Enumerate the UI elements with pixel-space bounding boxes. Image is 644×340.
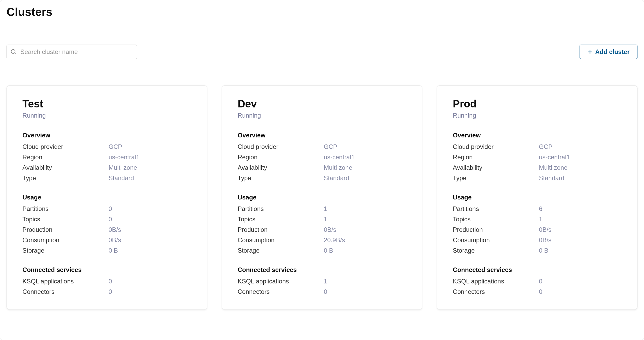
row-label: Consumption: [453, 236, 539, 244]
row-consumption: Consumption20.9B/s: [238, 235, 407, 245]
row-label: Availability: [238, 164, 324, 171]
row-value: Standard: [539, 174, 564, 182]
row-value: 0: [109, 205, 112, 212]
svg-point-0: [11, 50, 15, 53]
row-topics: Topics1: [453, 214, 622, 224]
row-connectors: Connectors0: [22, 287, 191, 297]
row-production: Production0B/s: [22, 224, 191, 235]
row-value: GCP: [109, 143, 122, 150]
row-value: GCP: [324, 143, 337, 150]
row-value: Multi zone: [324, 164, 352, 171]
row-value: 0 B: [539, 247, 548, 254]
row-value: 0B/s: [109, 226, 121, 233]
row-label: Storage: [238, 247, 324, 254]
row-label: Region: [453, 154, 539, 161]
row-label: Consumption: [22, 236, 109, 244]
row-label: Type: [238, 174, 324, 182]
row-label: KSQL applications: [22, 278, 109, 285]
row-ksql-applications: KSQL applications1: [238, 276, 407, 287]
row-partitions: Partitions1: [238, 204, 407, 214]
row-topics: Topics0: [22, 214, 191, 224]
cluster-card[interactable]: TestRunningOverviewCloud providerGCPRegi…: [7, 85, 207, 310]
row-value: us-central1: [539, 154, 570, 161]
row-value: 0B/s: [109, 236, 121, 244]
row-connectors: Connectors0: [453, 287, 622, 297]
row-availability: AvailabilityMulti zone: [22, 162, 191, 173]
row-label: Production: [453, 226, 539, 233]
plus-icon: [587, 49, 593, 54]
toolbar: Add cluster: [7, 45, 637, 59]
row-partitions: Partitions0: [22, 204, 191, 214]
row-region: Regionus-central1: [22, 152, 191, 162]
cluster-name: Prod: [453, 98, 622, 110]
row-value: 1: [324, 278, 327, 285]
row-label: Region: [22, 154, 109, 161]
row-value: 0: [324, 288, 327, 295]
row-label: Cloud provider: [22, 143, 109, 150]
row-production: Production0B/s: [453, 224, 622, 235]
section-connected-services: Connected services: [22, 266, 191, 274]
row-label: Cloud provider: [238, 143, 324, 150]
row-value: 0B/s: [539, 236, 551, 244]
row-label: Topics: [453, 216, 539, 223]
cluster-cards: TestRunningOverviewCloud providerGCPRegi…: [7, 85, 637, 310]
cluster-status: Running: [453, 112, 622, 119]
row-ksql-applications: KSQL applications0: [453, 276, 622, 287]
row-value: 1: [539, 216, 542, 223]
row-label: Connectors: [22, 288, 109, 295]
cluster-name: Test: [22, 98, 191, 110]
search-input[interactable]: [7, 45, 137, 59]
row-label: Partitions: [22, 205, 109, 212]
row-value: Standard: [109, 174, 134, 182]
row-value: us-central1: [109, 154, 140, 161]
section-connected-services: Connected services: [238, 266, 407, 274]
cluster-status: Running: [238, 112, 407, 119]
row-value: 0 B: [324, 247, 333, 254]
row-type: TypeStandard: [453, 173, 622, 183]
row-value: 0 B: [109, 247, 118, 254]
row-label: Connectors: [238, 288, 324, 295]
row-label: Consumption: [238, 236, 324, 244]
row-label: Storage: [453, 247, 539, 254]
row-storage: Storage0 B: [22, 245, 191, 256]
row-value: us-central1: [324, 154, 355, 161]
row-value: 0B/s: [539, 226, 551, 233]
row-cloud-provider: Cloud providerGCP: [22, 142, 191, 152]
row-label: KSQL applications: [453, 278, 539, 285]
row-value: Multi zone: [109, 164, 137, 171]
row-label: Partitions: [453, 205, 539, 212]
row-value: 0B/s: [324, 226, 336, 233]
row-value: 1: [324, 216, 327, 223]
row-value: Standard: [324, 174, 349, 182]
row-region: Regionus-central1: [453, 152, 622, 162]
row-region: Regionus-central1: [238, 152, 407, 162]
section-usage: Usage: [453, 194, 622, 201]
row-topics: Topics1: [238, 214, 407, 224]
row-availability: AvailabilityMulti zone: [453, 162, 622, 173]
row-label: KSQL applications: [238, 278, 324, 285]
row-label: Topics: [238, 216, 324, 223]
row-label: Production: [238, 226, 324, 233]
row-cloud-provider: Cloud providerGCP: [238, 142, 407, 152]
cluster-card[interactable]: DevRunningOverviewCloud providerGCPRegio…: [222, 85, 422, 310]
add-cluster-button[interactable]: Add cluster: [580, 45, 637, 59]
row-value: GCP: [539, 143, 552, 150]
row-label: Availability: [22, 164, 109, 171]
row-label: Partitions: [238, 205, 324, 212]
row-label: Availability: [453, 164, 539, 171]
row-production: Production0B/s: [238, 224, 407, 235]
row-type: TypeStandard: [238, 173, 407, 183]
row-label: Cloud provider: [453, 143, 539, 150]
row-value: 0: [109, 288, 112, 295]
add-cluster-label: Add cluster: [595, 48, 630, 56]
cluster-card[interactable]: ProdRunningOverviewCloud providerGCPRegi…: [437, 85, 637, 310]
row-connectors: Connectors0: [238, 287, 407, 297]
section-usage: Usage: [22, 194, 191, 201]
row-value: 0: [109, 278, 112, 285]
row-consumption: Consumption0B/s: [22, 235, 191, 245]
row-value: Multi zone: [539, 164, 567, 171]
row-cloud-provider: Cloud providerGCP: [453, 142, 622, 152]
row-label: Connectors: [453, 288, 539, 295]
row-type: TypeStandard: [22, 173, 191, 183]
section-connected-services: Connected services: [453, 266, 622, 274]
